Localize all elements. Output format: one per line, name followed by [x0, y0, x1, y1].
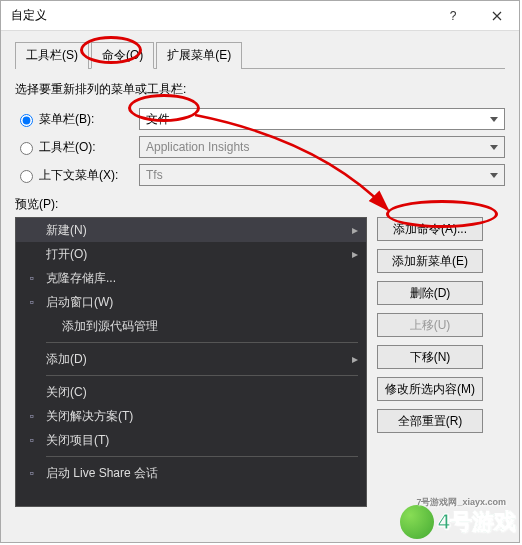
reset-button[interactable]: 全部重置(R): [377, 409, 483, 433]
preview-item[interactable]: ▫启动 Live Share 会话: [16, 461, 366, 485]
preview-item[interactable]: ▫克隆存储库...: [16, 266, 366, 290]
preview-item-label: 关闭解决方案(T): [46, 408, 133, 425]
chevron-right-icon: ▸: [352, 247, 358, 261]
clone-icon: ▫: [24, 270, 40, 286]
live-icon: ▫: [24, 465, 40, 481]
preview-item[interactable]: ▫启动窗口(W): [16, 290, 366, 314]
preview-list[interactable]: 新建(N)▸打开(O)▸▫克隆存储库...▫启动窗口(W)添加到源代码管理添加(…: [15, 217, 367, 507]
close-button[interactable]: [475, 1, 519, 31]
dialog-title: 自定义: [11, 7, 431, 24]
preview-item-label: 关闭(C): [46, 384, 87, 401]
preview-item-label: 添加(D): [46, 351, 87, 368]
preview-item[interactable]: 打开(O)▸: [16, 242, 366, 266]
label-menubar: 菜单栏(B):: [39, 111, 139, 128]
radio-context[interactable]: [20, 170, 33, 183]
menu-separator: [46, 375, 358, 376]
move-up-button[interactable]: 上移(U): [377, 313, 483, 337]
modify-button[interactable]: 修改所选内容(M): [377, 377, 483, 401]
close-sol-icon: ▫: [24, 408, 40, 424]
add-command-button[interactable]: 添加命令(A)...: [377, 217, 483, 241]
combo-context[interactable]: Tfs: [139, 164, 505, 186]
label-context: 上下文菜单(X):: [39, 167, 139, 184]
radio-toolbar[interactable]: [20, 142, 33, 155]
chevron-right-icon: ▸: [352, 352, 358, 366]
close-proj-icon: ▫: [24, 432, 40, 448]
combo-toolbar[interactable]: Application Insights: [139, 136, 505, 158]
move-down-button[interactable]: 下移(N): [377, 345, 483, 369]
preview-item[interactable]: 添加(D)▸: [16, 347, 366, 371]
preview-item[interactable]: 新建(N)▸: [16, 218, 366, 242]
preview-item[interactable]: 添加到源代码管理: [16, 314, 366, 338]
preview-item-label: 打开(O): [46, 246, 87, 263]
preview-item-label: 启动窗口(W): [46, 294, 113, 311]
tab-commands[interactable]: 命令(O): [91, 42, 154, 69]
window-icon: ▫: [24, 294, 40, 310]
preview-item[interactable]: ▫关闭项目(T): [16, 428, 366, 452]
description-text: 选择要重新排列的菜单或工具栏:: [15, 81, 505, 98]
help-button[interactable]: ?: [431, 1, 475, 31]
preview-item-label: 关闭项目(T): [46, 432, 109, 449]
combo-menubar[interactable]: 文件: [139, 108, 505, 130]
tab-toolbar[interactable]: 工具栏(S): [15, 42, 89, 69]
preview-item-label: 启动 Live Share 会话: [46, 465, 158, 482]
add-menu-button[interactable]: 添加新菜单(E): [377, 249, 483, 273]
menu-separator: [46, 456, 358, 457]
delete-button[interactable]: 删除(D): [377, 281, 483, 305]
preview-item[interactable]: 关闭(C): [16, 380, 366, 404]
preview-item-label: 添加到源代码管理: [62, 318, 158, 335]
radio-menubar[interactable]: [20, 114, 33, 127]
preview-item[interactable]: ▫关闭解决方案(T): [16, 404, 366, 428]
preview-item-label: 克隆存储库...: [46, 270, 116, 287]
menu-separator: [46, 342, 358, 343]
chevron-right-icon: ▸: [352, 223, 358, 237]
label-toolbar: 工具栏(O):: [39, 139, 139, 156]
tab-extensions[interactable]: 扩展菜单(E): [156, 42, 242, 69]
preview-item-label: 新建(N): [46, 222, 87, 239]
tab-bar: 工具栏(S) 命令(O) 扩展菜单(E): [15, 41, 505, 69]
preview-label: 预览(P):: [15, 196, 505, 213]
